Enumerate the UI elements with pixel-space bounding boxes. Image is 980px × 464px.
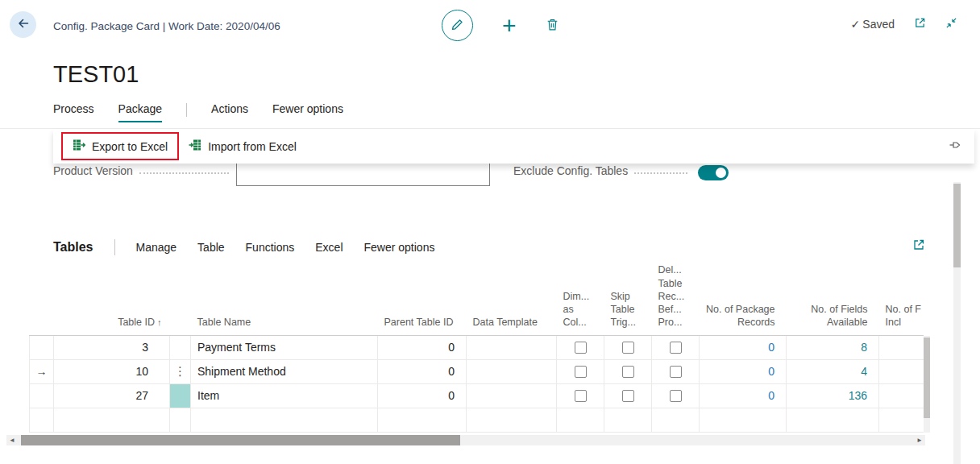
product-version-field: Product Version	[53, 164, 232, 177]
skip-table-trig-checkbox[interactable]	[622, 342, 634, 354]
cell-table-name[interactable]: Item	[191, 383, 378, 408]
back-button[interactable]	[10, 11, 36, 38]
menu-item-manage[interactable]: Manage	[136, 241, 177, 254]
del-table-rec-checkbox[interactable]	[670, 342, 682, 354]
cell-table-name[interactable]	[191, 408, 378, 432]
cell-fields-available[interactable]: 136	[787, 383, 879, 408]
collapse-button[interactable]	[945, 17, 957, 31]
cell-package-records[interactable]	[700, 408, 787, 432]
menu-item-functions[interactable]: Functions	[246, 241, 295, 254]
cell-row-options[interactable]	[170, 408, 191, 432]
column-header-no-of-fields-available[interactable]: No. of Fields Available	[787, 261, 879, 335]
cell-data-template[interactable]	[467, 335, 557, 359]
edit-button[interactable]	[442, 10, 473, 41]
horizontal-scrollbar[interactable]: ◄ ►	[6, 435, 925, 445]
cell-table-name[interactable]: Shipment Method	[191, 359, 378, 383]
menu-item-fewer-options[interactable]: Fewer options	[364, 241, 435, 254]
saved-indicator: ✓ Saved	[851, 18, 895, 31]
grid-vertical-scroll-thumb[interactable]	[924, 338, 930, 418]
cell-data-template[interactable]	[467, 408, 557, 432]
exclude-config-tables-toggle[interactable]	[698, 165, 729, 180]
column-header-no-of-package-records[interactable]: No. of Package Records	[700, 261, 787, 335]
skip-table-trig-checkbox[interactable]	[622, 390, 634, 402]
cell-parent-table-id[interactable]: 0	[378, 359, 467, 383]
column-header-skip-table-trig[interactable]: Skip Table Trig...	[604, 261, 652, 335]
grid-header-row: Table ID↑ Table Name Parent Table ID Dat…	[30, 261, 924, 335]
new-button[interactable]: +	[502, 14, 517, 38]
cell-fields-available[interactable]: 4	[787, 359, 879, 383]
cell-package-records[interactable]: 0	[700, 335, 787, 359]
menu-item-table[interactable]: Table	[197, 241, 224, 254]
tab-process[interactable]: Process	[53, 102, 94, 121]
cell-row-options[interactable]: ⋮	[170, 359, 191, 383]
del-table-rec-checkbox[interactable]	[670, 366, 682, 378]
row-indicator-header	[30, 261, 54, 335]
focus-mode-button[interactable]	[912, 238, 925, 254]
cell-skip-table-trig	[604, 383, 652, 408]
horizontal-scroll-track[interactable]	[18, 435, 914, 445]
pin-menu-button[interactable]	[949, 139, 961, 154]
tab-fewer-options[interactable]: Fewer options	[272, 102, 343, 121]
cell-skip-table-trig	[604, 335, 652, 359]
column-header-dim-as-col[interactable]: Dim... as Col...	[557, 261, 604, 335]
cell-fields-available[interactable]	[787, 408, 879, 432]
column-header-parent-table-id[interactable]: Parent Table ID	[378, 261, 467, 335]
horizontal-scroll-thumb[interactable]	[21, 435, 460, 445]
page-vertical-scroll-thumb[interactable]	[953, 184, 961, 267]
menu-divider	[114, 239, 115, 255]
column-header-table-name[interactable]: Table Name	[191, 261, 378, 335]
column-header-del-table-rec[interactable]: Del... Table Rec... Bef... Pro...	[652, 261, 700, 335]
dim-as-col-checkbox[interactable]	[575, 390, 587, 402]
scroll-right-arrow-icon[interactable]: ►	[914, 435, 925, 445]
cell-row-options-selected[interactable]	[170, 383, 191, 408]
cell-del-table-rec	[652, 359, 700, 383]
open-in-new-window-button[interactable]	[914, 17, 926, 31]
dim-as-col-checkbox[interactable]	[575, 366, 587, 378]
cell-fields-included[interactable]	[879, 335, 924, 359]
cell-parent-table-id[interactable]: 0	[378, 335, 467, 359]
tab-actions[interactable]: Actions	[211, 102, 248, 121]
cell-fields-included[interactable]	[879, 359, 924, 383]
page-vertical-scrollbar[interactable]	[953, 182, 961, 464]
menu-item-excel[interactable]: Excel	[315, 241, 343, 254]
scroll-left-arrow-icon[interactable]: ◄	[6, 435, 18, 445]
column-header-data-template[interactable]: Data Template	[467, 261, 557, 335]
cell-data-template[interactable]	[467, 383, 557, 408]
cell-row-options[interactable]	[170, 335, 191, 359]
saved-label: Saved	[862, 18, 895, 31]
collapse-icon	[945, 17, 957, 31]
cell-table-id[interactable]	[54, 408, 170, 432]
grid-vertical-scrollbar[interactable]	[924, 336, 930, 433]
column-header-no-of-fields-included[interactable]: No. of F Incl	[879, 261, 924, 335]
delete-button[interactable]	[546, 18, 559, 34]
export-to-excel-button[interactable]: Export to Excel	[63, 134, 177, 159]
cell-table-id[interactable]: 10	[54, 359, 170, 383]
cell-table-name[interactable]: Payment Terms	[191, 335, 378, 359]
tab-package[interactable]: Package	[118, 102, 162, 122]
cell-table-id[interactable]: 27	[54, 383, 170, 408]
exclude-config-tables-label: Exclude Config. Tables	[513, 164, 628, 177]
row-indicator-cell: →	[30, 359, 54, 383]
cell-del-table-rec	[652, 408, 700, 432]
import-from-excel-button[interactable]: Import from Excel	[179, 134, 306, 159]
cell-fields-available[interactable]: 8	[787, 335, 879, 359]
export-to-excel-label: Export to Excel	[92, 140, 168, 153]
cell-parent-table-id[interactable]: 0	[378, 383, 467, 408]
skip-table-trig-checkbox[interactable]	[622, 366, 634, 378]
breadcrumb[interactable]: Config. Package Card | Work Date: 2020/0…	[53, 20, 280, 32]
cell-package-records[interactable]: 0	[700, 383, 787, 408]
cell-dim-as-col	[557, 383, 604, 408]
row-options-header	[170, 261, 191, 335]
dim-as-col-checkbox[interactable]	[575, 342, 587, 354]
cell-fields-included[interactable]	[879, 408, 924, 432]
del-table-rec-checkbox[interactable]	[670, 390, 682, 402]
cell-table-id[interactable]: 3	[54, 335, 170, 359]
tables-grid: Table ID↑ Table Name Parent Table ID Dat…	[29, 261, 924, 433]
cell-parent-table-id[interactable]	[378, 408, 467, 432]
cell-skip-table-trig	[604, 359, 652, 383]
window-controls: ✓ Saved	[851, 17, 957, 31]
cell-data-template[interactable]	[467, 359, 557, 383]
cell-fields-included[interactable]	[879, 383, 924, 408]
cell-package-records[interactable]: 0	[700, 359, 787, 383]
column-header-table-id[interactable]: Table ID↑	[54, 261, 170, 335]
